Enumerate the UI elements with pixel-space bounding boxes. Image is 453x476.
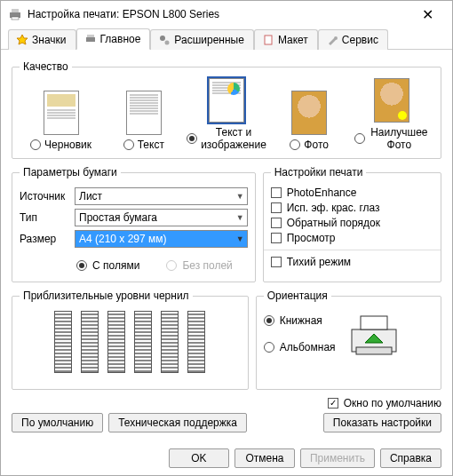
opt-redeye[interactable]: Исп. эф. крас. глаз: [271, 202, 433, 214]
quality-option-best-photo[interactable]: Наилучшее Фото: [354, 78, 429, 151]
tab-service[interactable]: Сервис: [318, 29, 388, 50]
checkbox-label: Тихий режим: [287, 256, 351, 268]
tab-advanced[interactable]: Расширенные: [150, 29, 254, 50]
thumb-draft: [44, 91, 79, 135]
svg-rect-8: [265, 36, 272, 44]
print-options-legend: Настройки печати: [271, 166, 367, 178]
ink-bars: [20, 307, 241, 382]
quality-option-photo[interactable]: Фото: [272, 91, 346, 151]
ink-bar: [107, 311, 125, 373]
window-title: Настройка печати: EPSON L800 Series: [28, 8, 409, 20]
svg-rect-5: [87, 35, 94, 37]
svg-rect-4: [86, 37, 95, 42]
radio-with-margins[interactable]: [76, 260, 87, 271]
radio-label: Книжная: [280, 314, 322, 327]
show-settings-button[interactable]: Показать настройки: [323, 413, 441, 432]
titlebar: Настройка печати: EPSON L800 Series ✕: [1, 1, 452, 28]
svg-point-7: [165, 41, 170, 45]
svg-point-6: [160, 36, 165, 41]
radio-text-image[interactable]: [187, 133, 197, 144]
wrench-icon: [326, 34, 338, 46]
radio-label: С полями: [92, 259, 139, 272]
printer-icon: [84, 33, 97, 45]
close-button[interactable]: ✕: [409, 6, 445, 23]
paper-group: Параметры бумаги Источник Лист▼ Тип Прос…: [12, 166, 256, 282]
quality-option-text[interactable]: Текст: [107, 91, 181, 151]
main-panel: Качество Черновик Текст Текст и изображе…: [1, 50, 452, 440]
margins-borderless: Без полей: [166, 259, 232, 272]
source-select[interactable]: Лист▼: [75, 187, 248, 205]
checkbox-quiet[interactable]: [271, 257, 282, 267]
radio-label: Без полей: [182, 259, 232, 272]
svg-rect-10: [361, 316, 387, 329]
thumb-text: [126, 91, 162, 135]
ink-bar: [54, 311, 72, 373]
page-icon: [262, 34, 274, 46]
quality-label: Текст: [138, 139, 164, 151]
svg-rect-1: [12, 9, 19, 12]
quality-option-text-image[interactable]: Текст и изображение: [189, 78, 264, 151]
tab-label: Расширенные: [174, 34, 244, 46]
ok-button[interactable]: OK: [169, 448, 229, 468]
radio-borderless: [166, 260, 177, 271]
checkbox-label: Просмотр: [287, 232, 336, 244]
print-options-group: Настройки печати PhotoEnhance Исп. эф. к…: [263, 166, 441, 282]
size-select[interactable]: A4 (210 x 297 мм)▼: [75, 230, 248, 248]
printer-illustration: [343, 307, 405, 361]
ink-bar: [187, 311, 205, 373]
margins-with[interactable]: С полями: [76, 259, 139, 272]
quality-option-draft[interactable]: Черновик: [24, 91, 99, 151]
tab-label: Главное: [100, 33, 141, 45]
quality-label: Текст и изображение: [201, 126, 266, 151]
cancel-button[interactable]: Отмена: [234, 448, 295, 468]
defaults-button[interactable]: По умолчанию: [12, 413, 103, 432]
checkbox-reverse[interactable]: [271, 218, 282, 228]
radio-best-photo[interactable]: [354, 133, 365, 144]
checkbox-label: PhotoEnhance: [287, 186, 357, 199]
chevron-down-icon: ▼: [236, 213, 244, 222]
tab-main[interactable]: Главное: [76, 28, 151, 50]
checkbox-redeye[interactable]: [271, 202, 282, 213]
chevron-down-icon: ▼: [236, 192, 244, 201]
radio-photo[interactable]: [290, 139, 300, 150]
orientation-portrait[interactable]: Книжная: [264, 314, 336, 327]
print-settings-dialog: Настройка печати: EPSON L800 Series ✕ Зн…: [0, 0, 453, 476]
quality-label: Фото: [304, 139, 329, 151]
type-label: Тип: [20, 211, 69, 224]
tab-layout[interactable]: Макет: [254, 29, 318, 50]
checkbox-label: Исп. эф. крас. глаз: [287, 202, 380, 214]
checkbox-default-window[interactable]: [328, 398, 338, 409]
select-value: A4 (210 x 297 мм): [79, 233, 167, 245]
radio-landscape[interactable]: [264, 342, 274, 353]
tab-icons[interactable]: Значки: [8, 29, 76, 50]
separator: [264, 250, 441, 250]
ink-bar: [81, 311, 99, 373]
orientation-landscape[interactable]: Альбомная: [264, 341, 336, 353]
opt-quiet[interactable]: Тихий режим: [271, 256, 433, 268]
opt-photoenhance[interactable]: PhotoEnhance: [271, 186, 433, 199]
radio-draft[interactable]: [30, 139, 41, 150]
radio-label: Альбомная: [280, 341, 336, 353]
thumb-photo: [291, 91, 327, 135]
checkbox-photoenhance[interactable]: [271, 187, 282, 198]
radio-text[interactable]: [123, 139, 134, 150]
ink-bar: [134, 311, 152, 373]
size-label: Размер: [20, 233, 69, 245]
type-select[interactable]: Простая бумага▼: [75, 209, 248, 226]
help-button[interactable]: Справка: [380, 448, 441, 468]
checkbox-preview[interactable]: [271, 233, 282, 243]
radio-portrait[interactable]: [264, 315, 274, 326]
orientation-group: Ориентация Книжная Альбомная: [256, 290, 441, 390]
opt-preview[interactable]: Просмотр: [271, 232, 433, 244]
ink-bar: [161, 311, 179, 373]
checkbox-label: Обратный порядок: [287, 217, 380, 229]
svg-rect-2: [12, 17, 19, 20]
support-button[interactable]: Техническая поддержка: [108, 413, 247, 432]
quality-group: Качество Черновик Текст Текст и изображе…: [12, 60, 441, 159]
tab-label: Значки: [32, 34, 67, 46]
opt-reverse[interactable]: Обратный порядок: [271, 217, 433, 229]
apply-button[interactable]: Применить: [300, 448, 375, 468]
tab-strip: Значки Главное Расширенные Макет Сервис: [1, 28, 452, 50]
svg-rect-12: [356, 347, 392, 354]
quality-legend: Качество: [20, 60, 72, 73]
